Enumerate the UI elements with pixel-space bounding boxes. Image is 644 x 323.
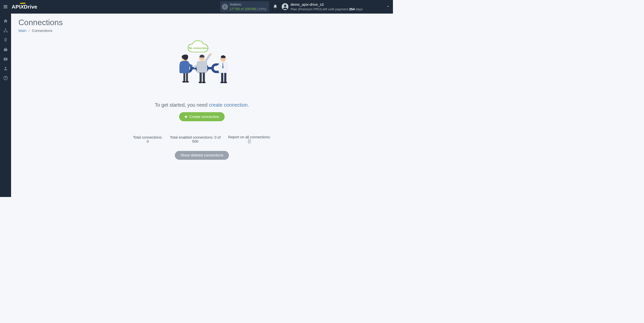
logo-prefix: API [12, 4, 20, 10]
logo-x: X [20, 4, 24, 10]
sidebar-item-help[interactable] [0, 73, 11, 83]
dollar-icon [3, 38, 8, 42]
actions-of: of [241, 7, 244, 11]
svg-rect-31 [224, 73, 226, 82]
svg-rect-26 [203, 73, 205, 82]
stat-report: Report on all connections: [228, 135, 271, 144]
svg-point-12 [5, 79, 6, 79]
actions-values: 17'750 of 100'000 (18%) [230, 7, 266, 11]
svg-point-4 [284, 5, 286, 7]
briefcase-icon [3, 47, 8, 52]
page-title: Connections [18, 18, 385, 27]
create-connection-link[interactable]: create connection [209, 102, 248, 108]
show-deleted-button[interactable]: Show deleted connections [175, 151, 229, 160]
youtube-icon [3, 57, 8, 61]
hamburger-icon [3, 4, 8, 9]
sidebar-item-connections[interactable] [0, 26, 11, 35]
breadcrumb-current: Connections [32, 29, 52, 33]
main-content: Connections Main / Connections No connec… [11, 14, 393, 197]
svg-rect-20 [186, 73, 188, 81]
actions-label: Actions: [230, 2, 266, 7]
breadcrumb-main[interactable]: Main [18, 29, 26, 33]
hamburger-menu[interactable] [0, 0, 11, 14]
empty-state: No connections [133, 39, 271, 160]
svg-point-27 [198, 82, 202, 83]
svg-point-10 [5, 67, 6, 69]
sidebar-item-billing[interactable] [0, 35, 11, 45]
actions-used: 17'750 [230, 7, 240, 11]
chevron-down-icon [386, 5, 390, 9]
avatar-icon [282, 3, 289, 10]
user-info: demo_apix-drive_s3 Plan |Premium PRO| le… [291, 2, 363, 11]
create-btn-label: Create connection [189, 115, 219, 119]
sitemap-icon [3, 28, 8, 33]
user-plan: Plan |Premium PRO| left until payment 25… [291, 7, 363, 11]
user-name: demo_apix-drive_s3 [291, 2, 363, 7]
stats-row: Total connections: 0 Total enabled conne… [133, 135, 271, 144]
logo-suffix: Drive [24, 4, 37, 10]
home-icon [3, 19, 8, 23]
user-menu[interactable]: demo_apix-drive_s3 Plan |Premium PRO| le… [282, 2, 390, 11]
stat-total: Total connections: 0 [133, 135, 163, 143]
svg-point-33 [223, 82, 227, 83]
report-download[interactable] [248, 139, 251, 143]
svg-point-22 [185, 81, 189, 83]
stat-enabled: Total enabled connections: 0 of 500 [169, 135, 222, 143]
actions-pct: (18%) [257, 7, 266, 11]
create-connection-button[interactable]: ✚ Create connection [179, 112, 225, 121]
actions-text: Actions: 17'750 of 100'000 (18%) [230, 2, 266, 11]
sidebar-item-briefcase[interactable] [0, 45, 11, 54]
svg-rect-30 [221, 73, 223, 82]
help-icon [3, 76, 8, 80]
actions-counter[interactable]: i Actions: 17'750 of 100'000 (18%) [220, 1, 269, 13]
notifications-button[interactable] [273, 4, 277, 9]
document-icon [248, 139, 251, 143]
user-icon [3, 66, 8, 71]
topbar: APIXDrive i Actions: 17'750 of 100'000 (… [0, 0, 393, 14]
sidebar [0, 14, 11, 197]
avatar [282, 3, 289, 10]
info-icon: i [222, 4, 228, 10]
svg-rect-8 [4, 49, 7, 51]
svg-rect-19 [183, 73, 185, 81]
breadcrumb: Main / Connections [18, 29, 385, 33]
svg-rect-6 [4, 31, 5, 32]
empty-illustration: No connections [159, 39, 245, 98]
svg-rect-5 [5, 29, 6, 30]
svg-point-24 [210, 53, 212, 55]
svg-rect-25 [199, 73, 202, 82]
logo[interactable]: APIXDrive [12, 4, 37, 10]
svg-point-32 [220, 82, 224, 83]
plus-icon: ✚ [185, 115, 187, 119]
bell-icon [273, 4, 277, 9]
sidebar-item-video[interactable] [0, 54, 11, 64]
actions-limit: 100'000 [245, 7, 256, 11]
svg-point-28 [202, 82, 206, 83]
breadcrumb-sep: / [29, 29, 30, 33]
sidebar-item-profile[interactable] [0, 64, 11, 73]
cloud-text: No connections [189, 47, 209, 50]
svg-rect-7 [6, 31, 8, 32]
sidebar-item-home[interactable] [0, 16, 11, 26]
cta-text: To get started, you need create connecti… [133, 102, 271, 108]
